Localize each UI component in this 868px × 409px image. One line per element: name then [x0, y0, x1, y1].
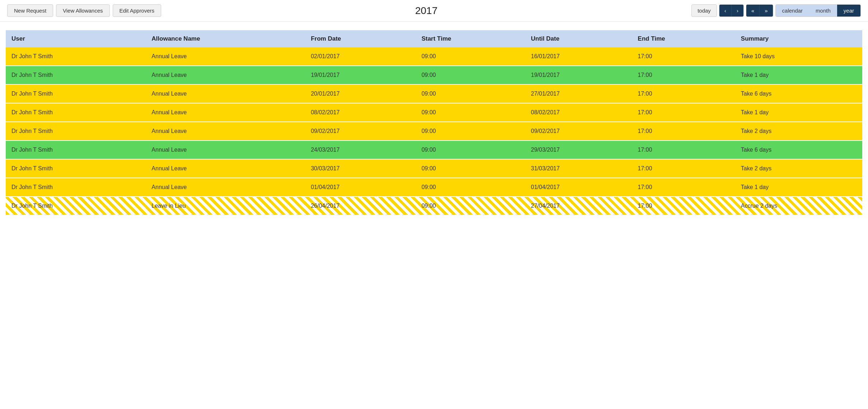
- view-allowances-button[interactable]: View Allowances: [56, 4, 109, 17]
- until-date-cell: 08/02/2017: [525, 103, 632, 122]
- user-cell: Dr John T Smith: [6, 103, 146, 122]
- start-time-cell: 09:00: [416, 141, 525, 159]
- next-button[interactable]: ›: [731, 5, 743, 17]
- allowance-cell: Annual Leave: [146, 66, 305, 84]
- until-date-cell: 29/03/2017: [525, 141, 632, 159]
- edit-approvers-button[interactable]: Edit Approvers: [113, 4, 162, 17]
- allowance-cell: Annual Leave: [146, 84, 305, 103]
- table-body: Dr John T SmithAnnual Leave02/01/201709:…: [6, 47, 862, 215]
- summary-cell: Take 6 days: [735, 141, 862, 159]
- table-row[interactable]: Dr John T SmithAnnual Leave24/03/201709:…: [6, 141, 862, 159]
- leave-table: User Allowance Name From Date Start Time…: [6, 30, 862, 216]
- summary-cell: Take 6 days: [735, 84, 862, 103]
- start-time-cell: 09:00: [416, 178, 525, 197]
- table-row[interactable]: Dr John T SmithAnnual Leave19/01/201709:…: [6, 66, 862, 84]
- until-date-cell: 19/01/2017: [525, 66, 632, 84]
- from-date-cell: 30/03/2017: [305, 159, 416, 178]
- user-cell: Dr John T Smith: [6, 47, 146, 66]
- col-summary: Summary: [735, 30, 862, 47]
- user-cell: Dr John T Smith: [6, 178, 146, 197]
- end-time-cell: 17:00: [632, 103, 735, 122]
- prev-button[interactable]: ‹: [719, 5, 731, 17]
- toolbar-right: today ‹ › « » calendar month year: [691, 4, 861, 17]
- table-row[interactable]: Dr John T SmithLeave in Lieu26/04/201709…: [6, 197, 862, 215]
- col-start-time: Start Time: [416, 30, 525, 47]
- start-time-cell: 09:00: [416, 66, 525, 84]
- start-time-cell: 09:00: [416, 197, 525, 215]
- summary-cell: Take 2 days: [735, 122, 862, 141]
- view-switcher: calendar month year: [775, 4, 861, 17]
- user-cell: Dr John T Smith: [6, 122, 146, 141]
- table-row[interactable]: Dr John T SmithAnnual Leave01/04/201709:…: [6, 178, 862, 197]
- user-cell: Dr John T Smith: [6, 159, 146, 178]
- until-date-cell: 16/01/2017: [525, 47, 632, 66]
- end-time-cell: 17:00: [632, 47, 735, 66]
- end-time-cell: 17:00: [632, 84, 735, 103]
- summary-cell: Take 1 day: [735, 103, 862, 122]
- until-date-cell: 27/01/2017: [525, 84, 632, 103]
- user-cell: Dr John T Smith: [6, 141, 146, 159]
- start-time-cell: 09:00: [416, 47, 525, 66]
- until-date-cell: 01/04/2017: [525, 178, 632, 197]
- table-header: User Allowance Name From Date Start Time…: [6, 30, 862, 47]
- table-row[interactable]: Dr John T SmithAnnual Leave02/01/201709:…: [6, 47, 862, 66]
- from-date-cell: 01/04/2017: [305, 178, 416, 197]
- user-cell: Dr John T Smith: [6, 197, 146, 215]
- end-time-cell: 17:00: [632, 159, 735, 178]
- start-time-cell: 09:00: [416, 103, 525, 122]
- start-time-cell: 09:00: [416, 122, 525, 141]
- summary-cell: Take 2 days: [735, 159, 862, 178]
- allowance-cell: Annual Leave: [146, 178, 305, 197]
- table-row[interactable]: Dr John T SmithAnnual Leave08/02/201709:…: [6, 103, 862, 122]
- from-date-cell: 08/02/2017: [305, 103, 416, 122]
- allowance-cell: Annual Leave: [146, 122, 305, 141]
- summary-cell: Accrue 2 days: [735, 197, 862, 215]
- allowance-cell: Annual Leave: [146, 141, 305, 159]
- start-time-cell: 09:00: [416, 159, 525, 178]
- year-view-button[interactable]: year: [837, 5, 860, 17]
- allowance-cell: Annual Leave: [146, 103, 305, 122]
- from-date-cell: 02/01/2017: [305, 47, 416, 66]
- toolbar-left: New Request View Allowances Edit Approve…: [7, 4, 161, 17]
- table-container: User Allowance Name From Date Start Time…: [0, 22, 868, 221]
- prev-year-button[interactable]: «: [746, 5, 759, 17]
- col-allowance-name: Allowance Name: [146, 30, 305, 47]
- year-nav: « »: [746, 4, 773, 17]
- from-date-cell: 09/02/2017: [305, 122, 416, 141]
- allowance-cell: Annual Leave: [146, 159, 305, 178]
- month-view-button[interactable]: month: [809, 5, 837, 17]
- summary-cell: Take 1 day: [735, 178, 862, 197]
- from-date-cell: 24/03/2017: [305, 141, 416, 159]
- new-request-button[interactable]: New Request: [7, 4, 53, 17]
- today-button[interactable]: today: [691, 4, 717, 17]
- end-time-cell: 17:00: [632, 197, 735, 215]
- user-cell: Dr John T Smith: [6, 84, 146, 103]
- col-user: User: [6, 30, 146, 47]
- from-date-cell: 19/01/2017: [305, 66, 416, 84]
- table-row[interactable]: Dr John T SmithAnnual Leave30/03/201709:…: [6, 159, 862, 178]
- until-date-cell: 27/04/2017: [525, 197, 632, 215]
- allowance-cell: Leave in Lieu: [146, 197, 305, 215]
- until-date-cell: 31/03/2017: [525, 159, 632, 178]
- user-cell: Dr John T Smith: [6, 66, 146, 84]
- col-from-date: From Date: [305, 30, 416, 47]
- end-time-cell: 17:00: [632, 141, 735, 159]
- col-end-time: End Time: [632, 30, 735, 47]
- end-time-cell: 17:00: [632, 178, 735, 197]
- end-time-cell: 17:00: [632, 66, 735, 84]
- prev-next-nav: ‹ ›: [719, 4, 744, 17]
- col-until-date: Until Date: [525, 30, 632, 47]
- calendar-view-button[interactable]: calendar: [776, 5, 809, 17]
- summary-cell: Take 10 days: [735, 47, 862, 66]
- toolbar: New Request View Allowances Edit Approve…: [0, 0, 868, 22]
- year-title: 2017: [161, 5, 691, 17]
- start-time-cell: 09:00: [416, 84, 525, 103]
- until-date-cell: 09/02/2017: [525, 122, 632, 141]
- table-row[interactable]: Dr John T SmithAnnual Leave20/01/201709:…: [6, 84, 862, 103]
- allowance-cell: Annual Leave: [146, 47, 305, 66]
- table-row[interactable]: Dr John T SmithAnnual Leave09/02/201709:…: [6, 122, 862, 141]
- end-time-cell: 17:00: [632, 122, 735, 141]
- next-year-button[interactable]: »: [759, 5, 773, 17]
- summary-cell: Take 1 day: [735, 66, 862, 84]
- from-date-cell: 20/01/2017: [305, 84, 416, 103]
